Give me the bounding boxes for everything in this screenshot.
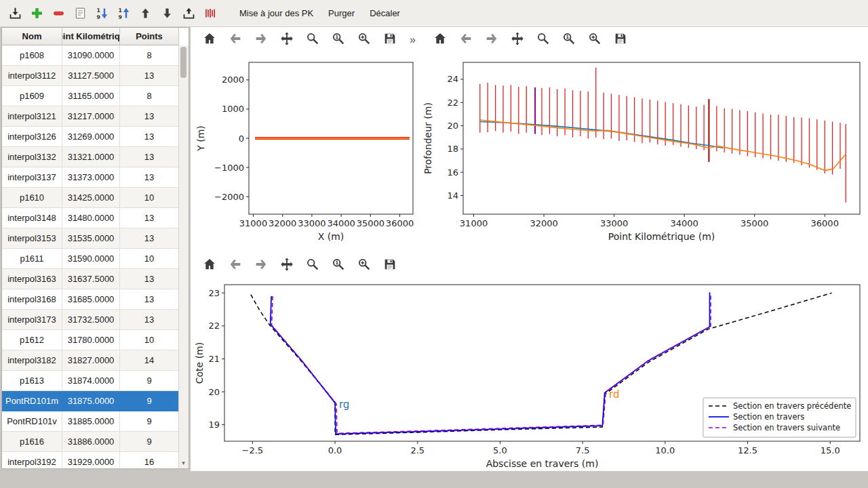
table-row[interactable]: interpol312631269.000013 [2,127,179,147]
zoom-button[interactable] [303,30,321,49]
cell-pk: 31685.0000 [62,289,120,310]
svg-text:7.5: 7.5 [576,445,590,455]
table-row[interactable]: p161031425.000010 [2,188,179,208]
import-button[interactable] [5,4,24,23]
table-row[interactable]: interpol316831685.000013 [2,289,179,310]
cell-pk: 31875.0000 [62,391,120,411]
table-row-selected[interactable]: PontRD101m31875.00009 [2,391,179,411]
table-row[interactable]: interpol319231929.000016 [2,452,179,468]
table-row[interactable]: interpol316331637.500013 [2,269,179,289]
zoom-plus-icon [357,31,372,49]
table-row[interactable]: interpol314831480.000013 [2,208,179,228]
zoom-button[interactable] [534,30,552,49]
save-button[interactable] [611,30,629,49]
zoom-one-button[interactable]: 1 [329,30,347,49]
back-button[interactable] [226,256,244,274]
forward-button[interactable] [252,256,270,274]
table-row[interactable]: p160831090.00008 [2,45,179,66]
add-button[interactable] [27,4,46,23]
zoom-one-button[interactable]: 1 [329,256,347,274]
move-up-button[interactable] [136,4,155,23]
cell-nom: PontRD101m [2,391,62,411]
zoom-one-button[interactable]: 1 [559,30,578,49]
svg-text:12.5: 12.5 [738,445,757,455]
svg-text:14: 14 [447,190,458,201]
back-button[interactable] [226,30,244,49]
table-row[interactable]: p161231780.000010 [2,330,179,350]
chart1-canvas[interactable]: 310003200033000340003500036000−2000−1000… [191,53,421,253]
table-row[interactable]: interpol313231321.000013 [2,147,179,167]
move-down-button[interactable] [157,4,176,23]
svg-text:20: 20 [447,121,458,131]
svg-text:9: 9 [96,14,100,20]
column-header-points[interactable]: Points [120,28,179,45]
table-row[interactable]: interpol312131217.000013 [2,106,179,127]
svg-text:31000: 31000 [460,218,488,228]
column-header-point-kilometrique[interactable]: Point Kilométrique [62,28,120,45]
forward-button[interactable] [482,30,500,49]
pan-button[interactable] [277,30,296,49]
home-button[interactable] [200,256,218,274]
svg-text:21: 21 [208,354,220,364]
table-row[interactable]: interpol317331732.500013 [2,310,179,330]
svg-text:Section en travers précédente: Section en travers précédente [733,401,851,411]
save-icon [382,31,397,49]
svg-text:22: 22 [208,321,220,331]
svg-text:34000: 34000 [670,218,698,228]
sections-button[interactable] [201,4,220,23]
table-row[interactable]: p160931165.00008 [2,86,179,106]
sort-ascending-icon: 19 [117,6,131,20]
save-button[interactable] [380,30,399,49]
table-row[interactable]: p161631886.00009 [2,432,179,452]
menu-item-purger[interactable]: Purger [322,5,361,22]
export-button[interactable] [179,4,198,23]
svg-text:23: 23 [208,288,220,298]
table-row[interactable]: p161331874.00009 [2,371,179,391]
remove-button[interactable] [49,4,68,23]
cell-points: 13 [120,208,179,228]
back-button[interactable] [456,30,475,49]
zoom-icon [305,257,320,274]
chart2-canvas[interactable]: 3100032000330003400035000360001416182022… [422,53,868,253]
zoom-plus-button[interactable] [585,30,604,49]
table-row[interactable]: interpol313731373.000013 [2,167,179,188]
home-button[interactable] [200,30,218,49]
sort-ascending-button[interactable]: 19 [114,4,133,23]
table-row[interactable]: PontRD101v31885.00009 [2,411,179,432]
table-scrollbar[interactable]: ▼ [178,45,189,468]
zoom-plus-button[interactable] [355,30,373,49]
pan-button[interactable] [277,256,296,274]
forward-button[interactable] [252,30,270,49]
svg-text:0.0: 0.0 [328,445,342,455]
zoom-plus-button[interactable] [355,256,373,274]
cell-points: 13 [120,269,179,289]
chart3-canvas[interactable]: −2.50.02.55.07.510.012.515.01920212223Ab… [191,275,868,471]
scrollbar-down-button[interactable]: ▼ [179,458,188,468]
scrollbar-thumb[interactable] [180,47,186,78]
column-header-nom[interactable]: Nom [2,28,62,45]
sort-descending-button[interactable]: 19 [92,4,111,23]
edit-button[interactable] [71,4,90,23]
cell-pk: 31373.0000 [62,167,120,188]
svg-text:1: 1 [335,260,338,266]
cell-nom: interpol3163 [2,269,62,289]
table-row[interactable]: interpol318231827.000014 [2,350,179,371]
table-row[interactable]: interpol311231127.500013 [2,66,179,86]
svg-text:Profondeur (m): Profondeur (m) [422,102,433,174]
home-button[interactable] [431,30,449,49]
save-button[interactable] [380,256,399,274]
main-toolbar: 1919Mise à jour des PKPurgerDécaler [0,0,868,27]
svg-text:9: 9 [118,14,121,20]
pan-button[interactable] [508,30,526,49]
zoom-button[interactable] [303,256,321,274]
menu-item-decaler[interactable]: Décaler [363,5,406,22]
zoom-icon [305,31,320,49]
table-row[interactable]: interpol315331535.000013 [2,228,179,249]
svg-text:16: 16 [447,167,458,178]
table-row[interactable]: p161131590.000010 [2,249,179,269]
cell-pk: 31886.0000 [62,432,120,452]
svg-text:20: 20 [208,387,220,397]
sections-icon [203,6,218,20]
menu-item-mise-a-jour-des-pk[interactable]: Mise à jour des PK [233,5,319,22]
toolbar-overflow-button[interactable]: » [410,34,416,46]
